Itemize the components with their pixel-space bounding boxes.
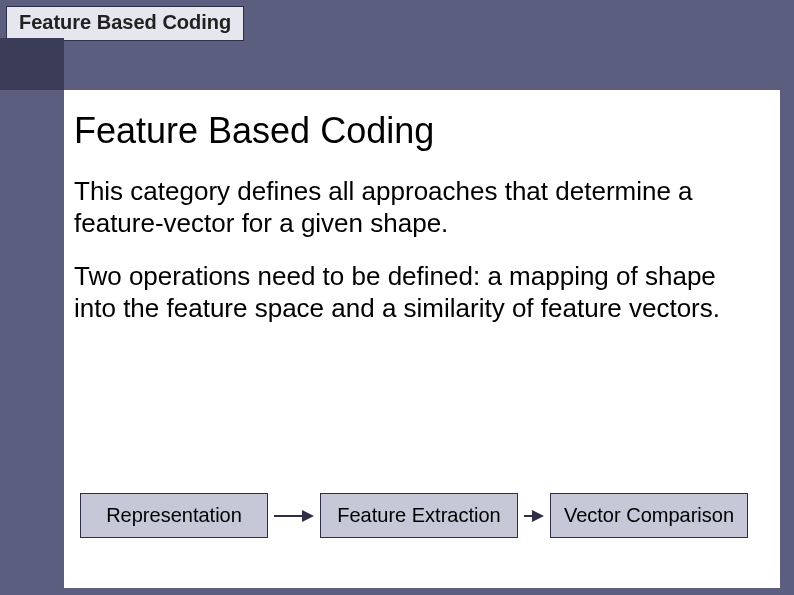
- slide-content: Feature Based Coding This category defin…: [64, 90, 780, 588]
- flow-diagram: Representation Feature Extraction Vector…: [80, 493, 770, 538]
- paragraph-1: This category defines all approaches tha…: [74, 176, 758, 239]
- flow-box-vector-comparison: Vector Comparison: [550, 493, 748, 538]
- arrow-icon: [524, 510, 544, 522]
- slide-title: Feature Based Coding: [74, 110, 758, 152]
- slide-tab: Feature Based Coding: [6, 6, 244, 41]
- left-rail-decor: [0, 38, 64, 90]
- flow-box-feature-extraction: Feature Extraction: [320, 493, 518, 538]
- flow-box-representation: Representation: [80, 493, 268, 538]
- paragraph-2: Two operations need to be defined: a map…: [74, 261, 758, 324]
- arrow-icon: [274, 510, 314, 522]
- slide-tab-label: Feature Based Coding: [19, 11, 231, 33]
